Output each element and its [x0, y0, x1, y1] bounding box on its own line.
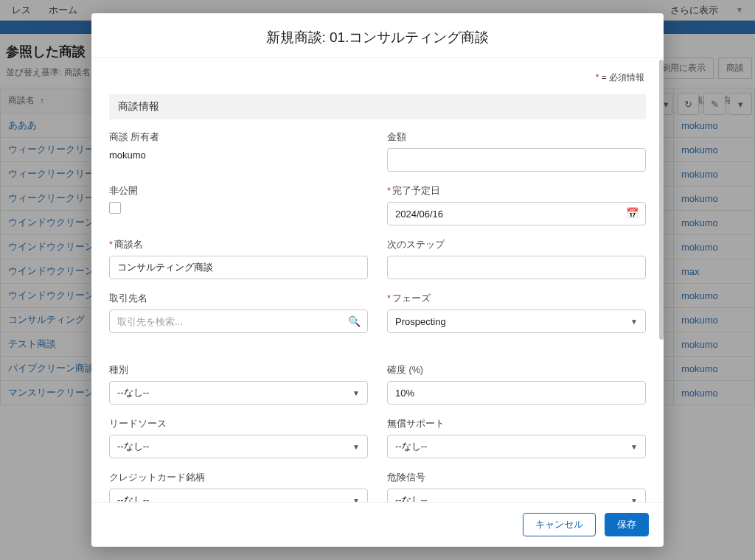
required-note: = 必須情報	[602, 72, 644, 83]
close-date-label: 完了予定日	[392, 186, 440, 196]
account-label: 取引先名	[109, 293, 368, 305]
modal-title: 新規商談: 01.コンサルティング商談	[109, 28, 646, 47]
amount-label: 金額	[387, 131, 646, 144]
free-support-label: 無償サポート	[387, 418, 646, 430]
next-step-input[interactable]	[387, 256, 646, 279]
cancel-button[interactable]: キャンセル	[523, 513, 596, 536]
danger-signal-label: 危険信号	[387, 472, 646, 484]
phase-label: フェーズ	[392, 293, 431, 304]
type-value: --なし--	[117, 386, 149, 399]
danger-signal-select[interactable]: --なし-- ▼	[387, 489, 646, 502]
caret-down-icon: ▼	[630, 318, 638, 326]
phase-select[interactable]: Prospecting ▼	[387, 309, 646, 333]
credit-card-label: クレジットカード銘柄	[109, 472, 368, 484]
caret-down-icon: ▼	[352, 497, 360, 503]
modal-scrollbar[interactable]	[658, 58, 664, 502]
new-opportunity-modal: 新規商談: 01.コンサルティング商談 * = 必須情報 商談情報 商談 所有者…	[91, 13, 664, 547]
caret-down-icon: ▼	[630, 497, 638, 503]
owner-value: mokumo	[109, 148, 368, 161]
required-asterisk: *	[596, 72, 599, 83]
calendar-icon[interactable]: 📅	[626, 207, 639, 219]
danger-signal-value: --なし--	[395, 494, 427, 502]
lead-source-select[interactable]: --なし-- ▼	[109, 435, 368, 458]
caret-down-icon: ▼	[352, 389, 360, 397]
opportunity-name-label: 商談名	[114, 239, 143, 250]
free-support-select[interactable]: --なし-- ▼	[387, 435, 646, 458]
private-checkbox[interactable]	[109, 202, 121, 214]
phase-value: Prospecting	[395, 316, 446, 327]
modal-overlay: 新規商談: 01.コンサルティング商談 * = 必須情報 商談情報 商談 所有者…	[0, 0, 755, 560]
free-support-value: --なし--	[395, 440, 427, 453]
save-button[interactable]: 保存	[605, 513, 649, 536]
next-step-label: 次のステップ	[387, 239, 646, 251]
credit-card-value: --なし--	[117, 494, 149, 502]
amount-input[interactable]	[387, 148, 646, 172]
caret-down-icon: ▼	[352, 443, 360, 451]
lead-source-label: リードソース	[109, 418, 368, 430]
probability-label: 確度 (%)	[387, 364, 646, 377]
owner-label: 商談 所有者	[109, 131, 368, 144]
credit-card-select[interactable]: --なし-- ▼	[109, 489, 368, 502]
type-select[interactable]: --なし-- ▼	[109, 381, 368, 405]
probability-input[interactable]	[387, 381, 646, 405]
opportunity-name-input[interactable]	[109, 256, 368, 279]
caret-down-icon: ▼	[630, 443, 638, 451]
close-date-input[interactable]	[387, 202, 646, 225]
section-opportunity-info: 商談情報	[109, 94, 646, 119]
search-icon[interactable]: 🔍	[348, 315, 361, 327]
type-label: 種別	[109, 364, 368, 377]
scrollbar-thumb[interactable]	[659, 60, 664, 340]
account-lookup-input[interactable]	[109, 309, 368, 333]
private-label: 非公開	[109, 185, 368, 197]
lead-source-value: --なし--	[117, 440, 149, 453]
